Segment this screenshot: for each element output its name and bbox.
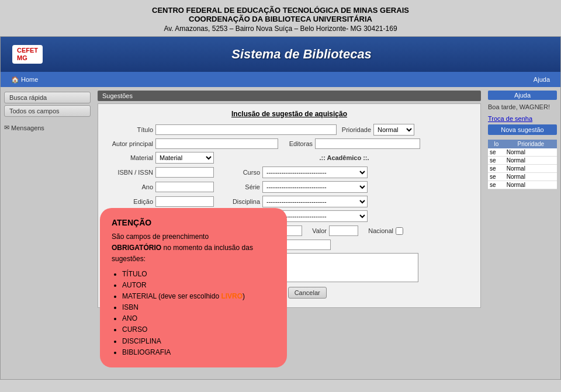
page-header: CENTRO FEDERAL DE EDUCAÇÃO TECNOLÓGICA D… [0, 0, 561, 36]
list-item-autor: AUTOR [122, 280, 275, 291]
list-item-material: MATERIAL (deve ser escolhido LIVRO) [122, 291, 275, 302]
table-cell-lo: se [488, 157, 505, 165]
serie-label: Série [228, 183, 260, 190]
editoras-label: Editoras [280, 140, 313, 147]
sugestoes-table: lo Prioridade seNormalseNormalseNormalse… [488, 140, 557, 189]
table-cell-prioridade: Normal [505, 157, 557, 165]
banner-title: Sistema de Bibliotecas [54, 47, 549, 62]
isbn-input[interactable] [155, 167, 214, 178]
nova-sugestao-button[interactable]: Nova sugestão [488, 124, 557, 135]
left-sidebar: Busca rápida Todos os campos ✉ Mensagens [1, 87, 94, 379]
material-row: Material Material Livro Periódico .:: Ac… [106, 152, 472, 164]
table-header-lo: lo [488, 140, 505, 148]
autor-label: Autor principal [106, 140, 153, 147]
greeting-text: Boa tarde, WAGNER! [488, 103, 557, 110]
attention-title: ATENÇÃO [112, 216, 275, 229]
disciplina-select[interactable]: ---------------------------- [262, 196, 368, 207]
autor-input[interactable] [155, 138, 278, 149]
list-item-titulo: TÍTULO [122, 269, 275, 280]
table-cell-prioridade: Normal [505, 165, 557, 173]
table-row: seNormal [488, 181, 557, 189]
material-label: Material [106, 154, 153, 161]
table-cell-lo: se [488, 181, 505, 189]
blue-banner: CEFET MG Sistema de Bibliotecas [1, 37, 560, 72]
header-address: Av. Amazonas, 5253 – Bairro Nova Suíça –… [0, 25, 561, 33]
nav-bar: 🏠 Home Ajuda [1, 72, 560, 87]
cancelar-button[interactable]: Cancelar [288, 287, 327, 299]
list-item-isbn: ISBN [122, 302, 275, 313]
table-cell-lo: se [488, 173, 505, 181]
list-item-ano: ANO [122, 313, 275, 324]
home-nav-item[interactable]: 🏠 Home [6, 76, 43, 84]
form-title: Inclusão de sugestão de aquisição [106, 110, 472, 118]
home-icon: 🏠 [11, 76, 19, 84]
livro-highlight: LIVRO [221, 292, 243, 300]
prioridade-select[interactable]: Normal Alta Baixa [373, 124, 414, 136]
ano-serie-row: Ano Série ---------------------------- [106, 181, 472, 193]
material-select[interactable]: Material Livro Periódico [155, 152, 214, 164]
mensagens-link[interactable]: ✉ Mensagens [4, 124, 91, 131]
main-content: Sugestões Inclusão de sugestão de aquisi… [94, 87, 484, 379]
prioridade-label: Prioridade [339, 126, 371, 133]
edicao-disciplina-row: Edição Disciplina ----------------------… [106, 196, 472, 207]
ano-label: Ano [106, 183, 153, 190]
isbn-label: ISBN / ISSN [106, 169, 153, 176]
ano-input[interactable] [155, 182, 214, 192]
breadcrumb: Sugestões [98, 91, 481, 101]
valor-label: Valor [308, 227, 327, 234]
list-item-curso: CURSO [122, 324, 275, 335]
table-cell-prioridade: Normal [505, 173, 557, 181]
todos-os-campos-button[interactable]: Todos os campos [4, 105, 91, 117]
academico-label: .:: Acadêmico ::. [216, 154, 472, 161]
troca-senha-link[interactable]: Troca de senha [488, 115, 557, 122]
attention-subtitle: São campos de preenchimento OBRIGATÓRIO … [112, 231, 275, 265]
titulo-label: Título [106, 126, 153, 133]
ajuda-nav-item[interactable]: Ajuda [529, 76, 555, 83]
titulo-row: Título Prioridade Normal Alta Baixa [106, 124, 472, 136]
content-area: Busca rápida Todos os campos ✉ Mensagens… [1, 87, 560, 379]
titulo-input[interactable] [155, 124, 337, 135]
ajuda-button[interactable]: Ajuda [488, 91, 557, 100]
editoras-input[interactable] [315, 138, 420, 149]
right-sidebar: Ajuda Boa tarde, WAGNER! Troca de senha … [484, 87, 560, 379]
nacional-label: Nacional [364, 227, 393, 234]
header-title-line2: COORDENAÇÃO DA BIBLIOTECA UNIVERSITÁRIA [0, 15, 561, 23]
table-cell-lo: se [488, 148, 505, 157]
attention-subtitle-bold: OBRIGATÓRIO [112, 244, 161, 252]
list-item-bibliografia: BIBLIOGRAFIA [122, 347, 275, 358]
table-cell-lo: se [488, 165, 505, 173]
table-row: seNormal [488, 157, 557, 165]
disciplina-label: Disciplina [222, 198, 260, 205]
isbn-curso-row: ISBN / ISSN Curso ----------------------… [106, 166, 472, 178]
serie-select[interactable]: ---------------------------- [262, 181, 368, 193]
edicao-input[interactable] [155, 196, 214, 207]
busca-rapida-button[interactable]: Busca rápida [4, 92, 91, 103]
msg-icon: ✉ [4, 124, 9, 131]
attention-popup: ATENÇÃO São campos de preenchimento OBRI… [100, 208, 287, 367]
curso-select[interactable]: ---------------------------- [262, 166, 368, 178]
nacional-checkbox[interactable] [396, 227, 403, 235]
attention-subtitle-normal: São campos de preenchimento [112, 233, 209, 241]
table-header-prioridade: Prioridade [505, 140, 557, 148]
autor-row: Autor principal Editoras [106, 138, 472, 149]
logo: CEFET MG [12, 45, 43, 64]
table-cell-prioridade: Normal [505, 181, 557, 189]
valor-input[interactable] [329, 226, 358, 236]
curso-label: Curso [228, 169, 260, 176]
table-row: seNormal [488, 165, 557, 173]
edicao-label: Edição [106, 198, 153, 205]
table-row: seNormal [488, 173, 557, 181]
header-title-line1: CENTRO FEDERAL DE EDUCAÇÃO TECNOLÓGICA D… [0, 6, 561, 15]
table-row: seNormal [488, 148, 557, 157]
attention-list: TÍTULO AUTOR MATERIAL (deve ser escolhid… [112, 269, 275, 359]
list-item-disciplina: DISCIPLINA [122, 336, 275, 347]
browser-frame: CEFET MG Sistema de Bibliotecas 🏠 Home A… [0, 36, 561, 380]
table-cell-prioridade: Normal [505, 148, 557, 157]
